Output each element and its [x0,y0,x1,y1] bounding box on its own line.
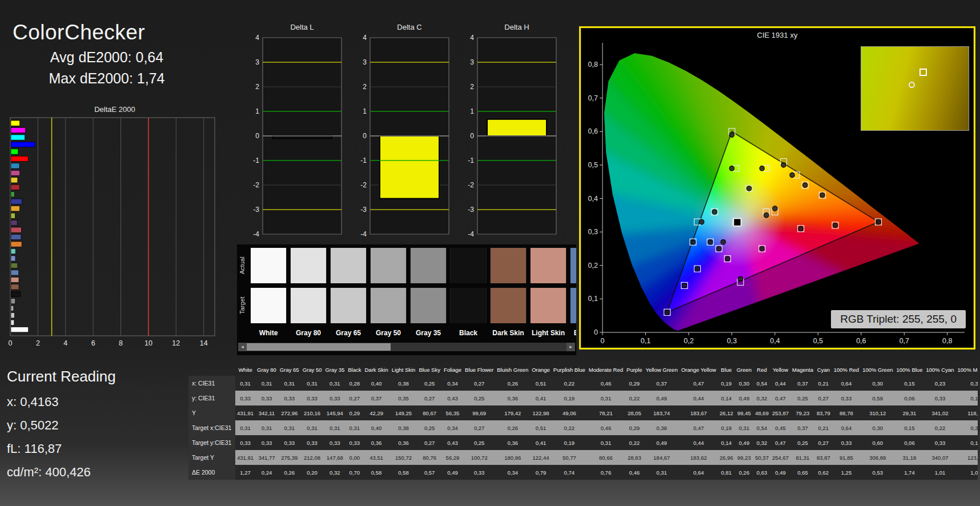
deltae-bar [11,220,17,226]
table-cell: 0,33 [255,391,278,405]
swatch-actual[interactable] [331,248,366,283]
table-cell: 0,51 [530,376,552,391]
swatch-target[interactable] [291,288,326,323]
table-cell: 0,21 [815,420,832,435]
deltae-bar [11,163,19,168]
swatch-scrollbar[interactable]: ◂ ▸ [238,343,575,351]
delta-h-panel[interactable]: Delta H 43210-1-2-3-4 [461,23,560,242]
swatch-target[interactable] [251,288,286,323]
row-label: ΔE 2000 [188,465,235,480]
x-axis-tick-label: 0,3 [727,337,737,345]
swatch-actual[interactable] [531,248,566,283]
swatch-actual[interactable] [291,248,326,283]
results-table-wrap: WhiteGray 80Gray 65Gray 50Gray 35BlackDa… [188,363,978,480]
table-cell: 0,23 [924,376,955,391]
swatch-actual[interactable] [491,248,526,283]
cie-measured-marker [738,276,742,281]
deltae-chart-panel[interactable]: DeltaE 2000 02468101214 [7,105,223,358]
delta-l-panel[interactable]: Delta L 43210-1-2-3-4 [247,23,345,242]
column-header: 100% Magenta [956,363,978,376]
table-cell: 0,60 [861,435,894,450]
swatch-actual[interactable] [371,248,406,283]
table-cell: 0,31 [346,420,363,435]
swatch-target[interactable] [331,288,366,323]
y-axis-tick-label: -2 [468,181,474,189]
column-header: 100% Cyan [924,363,955,376]
column-header: Purple [625,363,644,376]
table-cell: 0,27 [463,420,495,435]
column-header: Gray 65 [278,363,301,376]
table-cell: 0,27 [463,376,495,391]
deltae-bar [11,206,19,211]
column-header: 100% Red [832,363,861,376]
x-axis-tick-label: 12 [172,339,180,347]
delta-c-panel[interactable]: Delta C 43210-1-2-3-4 [354,23,452,242]
swatch-target[interactable] [411,288,446,323]
table-cell: 183,62 [680,450,718,465]
scrollbar-thumb[interactable] [247,343,391,351]
table-cell: 0,37 [363,391,389,405]
table-cell: 0,31 [301,420,324,435]
cie-panel[interactable]: 000,10,10,20,20,30,30,40,40,50,50,60,60,… [579,26,975,350]
cie-measured-marker [790,172,794,177]
table-cell: 0,34 [442,376,463,391]
column-header: White [235,363,255,376]
delta-h-chart: 43210-1-2-3-4 [461,33,560,240]
deltae-bar [11,248,15,254]
table-cell: 0,21 [815,376,832,391]
table-cell: 0,25 [463,435,495,450]
deltae-bar [11,327,29,332]
table-cell: 431,91 [235,405,255,420]
y-axis-tick-label: 2 [255,83,259,91]
swatch-target[interactable] [571,288,576,323]
deltae-bar [11,149,18,154]
deltae-bar [11,156,28,161]
table-cell: 341,77 [255,450,278,465]
table-cell: 0,22 [625,391,644,405]
table-cell: 0,33 [278,435,301,450]
rgb-triplet-label: RGB Triplet: 255, 255, 0 [831,310,966,328]
scroll-right-icon[interactable]: ▸ [567,343,575,351]
deltae-bar [11,299,15,304]
swatch-target[interactable] [371,288,406,323]
y-axis-tick-label: -1 [468,156,474,164]
swatch-target[interactable] [451,288,486,323]
swatch-actual[interactable] [571,248,576,283]
column-header: Foliage [442,363,463,376]
swatch-actual[interactable] [251,248,286,283]
swatch-target[interactable] [491,288,526,323]
row-label: y: CIE31 [188,391,235,405]
y-axis-tick-label: 0,4 [588,195,598,203]
table-cell: 0,49 [735,391,753,405]
table-cell: 0,41 [530,435,552,450]
table-cell: 0,31 [587,391,625,405]
table-cell: 42,29 [363,405,389,420]
table-cell: 183,74 [644,405,680,420]
table-cell: 0,79 [530,465,552,480]
delta-bar [487,119,547,136]
swatch-actual[interactable] [451,248,486,283]
table-cell: 0,26 [495,420,530,435]
table-cell: 0,43 [442,435,463,450]
column-header: Black [346,363,363,376]
table-row: y: CIE310,330,330,330,330,330,270,370,35… [188,391,978,405]
x-axis-tick-label: 0,5 [813,337,823,345]
table-cell: 0,32 [753,391,770,405]
swatch-actual[interactable] [411,248,446,283]
table-cell: 0,26 [495,376,530,391]
table-cell: 0,64 [832,420,861,435]
scroll-left-icon[interactable]: ◂ [238,343,247,351]
scrollbar-track[interactable] [247,343,567,351]
table-cell: 0,70 [346,465,363,480]
swatch-target[interactable] [531,288,566,323]
table-cell: 0,38 [390,376,417,391]
y-axis-tick-label: -2 [253,181,259,189]
x-axis-tick-label: 10 [144,339,152,347]
cie-measured-marker [712,210,717,214]
table-cell: 0,38 [390,420,417,435]
table-cell: 0,33 [463,465,495,480]
table-cell: 28,05 [625,405,644,420]
target-row-label: Target [239,288,249,323]
y-axis-tick-label: 0 [363,132,367,140]
table-cell: 0,33 [924,435,955,450]
